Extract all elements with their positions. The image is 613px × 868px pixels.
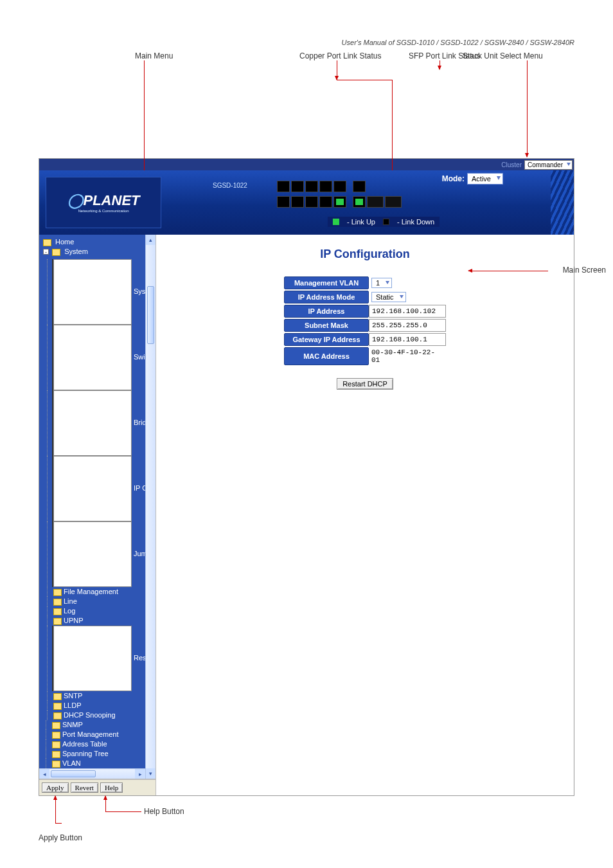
mode-select[interactable]: Active [467,173,503,185]
revert-button[interactable]: Revert [71,782,98,793]
mac-address-value: 00-30-4F-10-22-01 [369,347,446,365]
folder-icon [53,608,62,615]
subnet-mask-input[interactable]: 255.255.255.0 [369,319,446,332]
scroll-thumb[interactable] [51,770,96,777]
callout-copper-port: Copper Port Link Status [299,51,381,60]
port-icon[interactable] [353,181,366,192]
scroll-up-icon[interactable]: ▴ [146,235,155,245]
help-button[interactable]: Help [100,782,123,793]
scroll-down-icon[interactable]: ▾ [146,768,155,779]
page-icon [53,325,132,390]
apply-button[interactable]: Apply [42,782,69,793]
tree-item[interactable]: Line [43,597,145,606]
link-up-icon [333,219,339,225]
tree-item[interactable]: VLAN [42,759,145,768]
sfp-port-icon[interactable] [385,196,402,208]
link-legend: - Link Up - Link Down [328,217,440,227]
callout-main-screen: Main Screen [563,266,606,275]
tree-item[interactable]: Port Management [42,730,145,739]
tree-item[interactable]: Bridge Extension Confi [43,390,145,456]
folder-icon [53,703,62,710]
cluster-select[interactable]: Commander [524,160,573,170]
tree-home[interactable]: Home [42,237,145,247]
row-label: Management VLAN [284,276,369,289]
folder-open-icon [52,249,60,256]
tree-button-bar: Apply Revert Help [39,779,155,795]
page-icon [53,626,132,691]
scroll-right-icon[interactable]: ▸ [135,769,145,779]
tree-item[interactable]: SNTP [43,691,145,701]
port-row-top [277,181,366,192]
tree-item[interactable]: System Information [43,259,145,325]
folder-icon [52,741,60,748]
row-label: MAC Address [284,347,369,365]
page-icon [53,390,132,456]
tree-scrollbar-horizontal[interactable]: ◂ ▸ [39,768,145,779]
tree-item[interactable]: Log [43,606,145,616]
tree-scrollbar-vertical[interactable]: ▴ ▾ [145,235,155,779]
restart-dhcp-button[interactable]: Restart DHCP [337,378,393,390]
tree-item[interactable]: LLDP [43,701,145,710]
callout-main-menu: Main Menu [135,51,173,60]
folder-icon [53,693,62,700]
port-icon[interactable] [305,196,318,208]
ip-config-table: Management VLAN 1 IP Address Mode Static… [284,275,446,366]
folder-icon [53,589,62,596]
banner-decoration [551,170,574,235]
scroll-thumb[interactable] [147,286,154,344]
row-label: IP Address [284,305,369,318]
page-icon [53,259,132,325]
callout-help-button: Help Button [144,807,184,816]
page-icon [53,521,132,587]
page-title: IP Configuration [169,248,561,261]
tree-item[interactable]: SNMP [42,720,145,730]
gateway-input[interactable]: 192.168.100.1 [369,333,446,346]
folder-icon [53,712,62,719]
brand-logo: ◯PLANET Networking & Communication [46,177,161,228]
tree-system[interactable]: - System System Information Switch Infor… [42,247,145,720]
port-icon[interactable] [353,196,366,208]
callout-apply-button: Apply Button [39,833,82,842]
ip-address-input[interactable]: 192.168.100.102 [369,305,446,318]
tree-item[interactable]: Address Table [42,739,145,749]
link-down-icon [383,219,389,225]
port-icon[interactable] [277,181,290,192]
folder-icon [53,599,62,606]
tree-item[interactable]: Reset [43,626,145,691]
tree-item[interactable]: Spanning Tree [42,749,145,759]
row-label: Gateway IP Address [284,333,369,346]
scroll-left-icon[interactable]: ◂ [39,769,49,779]
page-icon [53,456,132,521]
mgmt-vlan-select[interactable]: 1 [371,278,392,288]
mode-label: Mode: [442,174,465,183]
folder-icon [52,732,60,739]
tree-item[interactable]: File Management [43,587,145,597]
port-icon[interactable] [277,196,290,208]
device-model: SGSD-1022 [213,182,247,189]
tree-item[interactable]: IP Configuration [43,456,145,521]
ip-mode-select[interactable]: Static [371,292,406,302]
tree-item[interactable]: Switch Information [43,325,145,390]
port-icon[interactable] [333,196,346,208]
tree-item[interactable]: DHCP Snooping [43,710,145,720]
tree-item[interactable]: Jumbo Frames [43,521,145,587]
sfp-port-icon[interactable] [367,196,384,208]
folder-icon [53,618,62,625]
row-label: IP Address Mode [284,291,369,303]
port-icon[interactable] [291,181,304,192]
port-icon[interactable] [291,196,304,208]
port-icon[interactable] [305,181,318,192]
doc-header: User's Manual of SGSD-1010 / SGSD-1022 /… [39,39,574,46]
folder-icon [52,761,60,768]
tree-item[interactable]: UPNP [43,616,145,626]
port-row-bottom [277,196,402,208]
folder-open-icon [43,239,51,246]
device-banner: ◯PLANET Networking & Communication SGSD-… [39,170,574,235]
port-icon[interactable] [319,181,332,192]
tree-collapse-icon[interactable]: - [43,249,49,255]
app-window: Cluster Commander ◯PLANET Networking & C… [39,158,574,796]
nav-tree-pane: Home - System System Information Switch … [39,235,156,795]
port-icon[interactable] [319,196,332,208]
folder-icon [52,722,60,729]
port-icon[interactable] [333,181,346,192]
